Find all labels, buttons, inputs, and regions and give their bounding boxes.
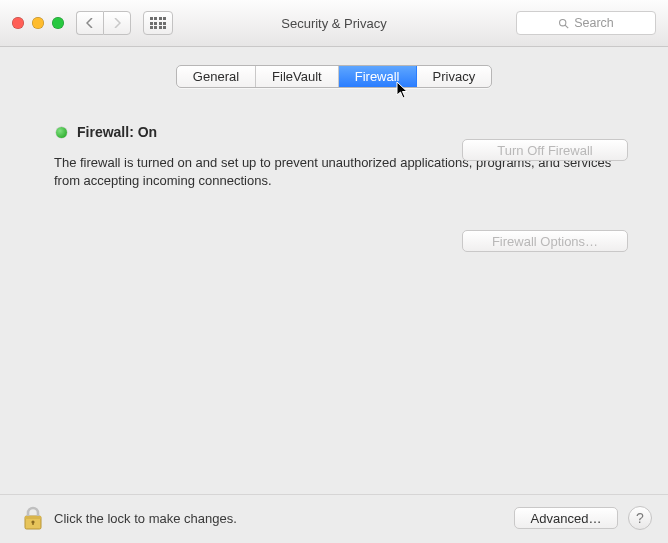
firewall-status-label: Firewall: On bbox=[77, 124, 157, 140]
footer: Click the lock to make changes. Advanced… bbox=[0, 494, 668, 543]
window-controls bbox=[12, 17, 64, 29]
back-button[interactable] bbox=[76, 11, 103, 35]
tab-privacy[interactable]: Privacy bbox=[417, 66, 492, 87]
segmented-control: General FileVault Firewall Privacy bbox=[176, 65, 492, 88]
forward-button[interactable] bbox=[103, 11, 131, 35]
search-field[interactable]: Search bbox=[516, 11, 656, 35]
chevron-left-icon bbox=[86, 18, 94, 28]
status-indicator-icon bbox=[56, 127, 67, 138]
svg-rect-5 bbox=[32, 522, 33, 525]
tabs: General FileVault Firewall Privacy bbox=[0, 47, 668, 102]
preferences-window: Security & Privacy Search General FileVa… bbox=[0, 0, 668, 543]
search-icon bbox=[558, 18, 569, 29]
grid-icon bbox=[150, 17, 167, 29]
zoom-icon[interactable] bbox=[52, 17, 64, 29]
svg-point-0 bbox=[560, 19, 566, 25]
show-all-button[interactable] bbox=[143, 11, 173, 35]
tab-general[interactable]: General bbox=[177, 66, 256, 87]
advanced-button[interactable]: Advanced… bbox=[514, 507, 618, 529]
search-placeholder: Search bbox=[574, 16, 614, 30]
titlebar: Security & Privacy Search bbox=[0, 0, 668, 47]
lock-hint: Click the lock to make changes. bbox=[54, 511, 237, 526]
minimize-icon[interactable] bbox=[32, 17, 44, 29]
question-icon: ? bbox=[636, 510, 644, 526]
tab-filevault[interactable]: FileVault bbox=[256, 66, 339, 87]
nav-buttons bbox=[76, 11, 131, 35]
svg-rect-3 bbox=[25, 516, 41, 519]
lock-icon[interactable] bbox=[22, 505, 44, 531]
help-button[interactable]: ? bbox=[628, 506, 652, 530]
turn-off-firewall-button[interactable]: Turn Off Firewall bbox=[462, 139, 628, 161]
chevron-right-icon bbox=[113, 18, 121, 28]
firewall-pane: Firewall: On Turn Off Firewall The firew… bbox=[0, 102, 668, 494]
svg-line-1 bbox=[565, 25, 568, 28]
tab-firewall[interactable]: Firewall bbox=[339, 66, 417, 87]
close-icon[interactable] bbox=[12, 17, 24, 29]
firewall-options-button[interactable]: Firewall Options… bbox=[462, 230, 628, 252]
